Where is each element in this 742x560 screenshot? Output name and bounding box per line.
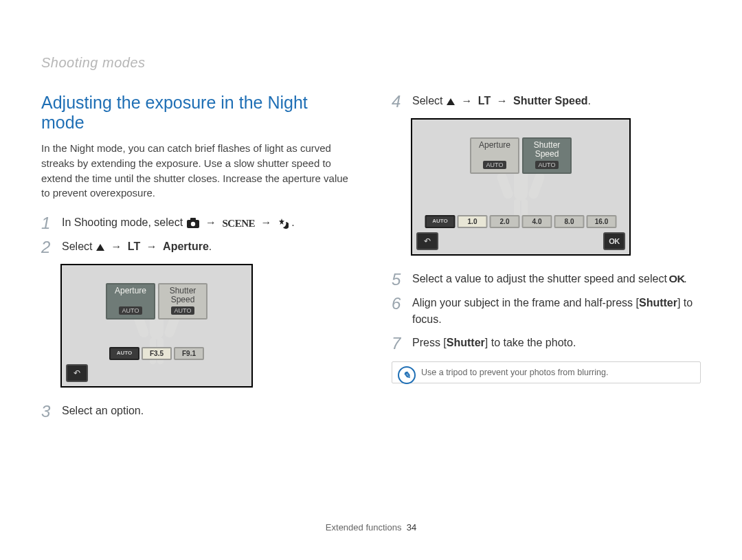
step-5-text: Select a value to adjust the shutter spe… <box>412 273 670 284</box>
page-number: 34 <box>407 522 416 533</box>
tab-aperture[interactable]: Aperture AUTO <box>470 137 519 174</box>
footer-section: Extended functions <box>326 522 402 533</box>
step-7-post: ] to take the photo. <box>485 337 576 348</box>
page-footer: Extended functions 34 <box>0 522 742 533</box>
back-button[interactable]: ↶ <box>416 232 438 250</box>
step-6-pre: Align your subject in the frame and half… <box>412 297 639 309</box>
tab-aperture-label: Aperture <box>107 287 154 304</box>
up-icon <box>446 96 456 108</box>
svg-point-2 <box>190 222 194 226</box>
shutter-speed-screenshot: Aperture AUTO Shutter Speed AUTO AUTO 1.… <box>411 118 631 256</box>
step-1-text: In Shooting mode, select <box>62 216 186 228</box>
step-number: 3 <box>41 403 55 420</box>
step-1-end: . <box>291 216 294 228</box>
step-4: 4 Select → LT → Shutter Speed. <box>392 93 701 110</box>
value-f3-5[interactable]: F3.5 <box>142 347 172 360</box>
step-1: 1 In Shooting mode, select → SCENE → . <box>41 214 350 232</box>
right-column: 4 Select → LT → Shutter Speed. Ap <box>392 93 701 427</box>
step-5: 5 Select a value to adjust the shutter s… <box>392 271 701 288</box>
step-2: 2 Select → LT → Aperture. <box>41 238 350 256</box>
back-button[interactable]: ↶ <box>66 364 88 382</box>
arrow-icon: → <box>146 238 157 255</box>
tab-aperture-label: Aperture <box>471 141 518 159</box>
step-2-pre: Select <box>62 240 95 252</box>
svg-rect-1 <box>190 218 196 221</box>
arrow-icon: → <box>111 238 122 255</box>
step-number: 4 <box>392 93 405 110</box>
step-3: 3 Select an option. <box>41 403 350 420</box>
up-icon <box>95 241 105 254</box>
ok-icon: OK <box>669 272 685 287</box>
lt-icon: LT <box>128 240 140 252</box>
step-4-pre: Select <box>412 95 446 107</box>
tip-text: Use a tripod to prevent your photos from… <box>421 368 608 377</box>
tab-shutter-label: Shutter Speed <box>524 141 570 159</box>
tip-box: ✎ Use a tripod to prevent your photos fr… <box>392 361 701 383</box>
ok-button[interactable]: OK <box>603 232 625 250</box>
value-f9-1[interactable]: F9.1 <box>174 347 204 360</box>
step-number: 6 <box>392 295 405 312</box>
camera-icon <box>186 217 200 229</box>
tab-shutter-speed[interactable]: Shutter Speed AUTO <box>522 137 572 174</box>
step-2-end: . <box>209 240 212 252</box>
lt-icon: LT <box>478 95 491 107</box>
left-column: Adjusting the exposure in the Night mode… <box>41 93 350 427</box>
auto-icon: AUTO <box>119 306 142 315</box>
auto-icon: AUTO <box>171 306 194 315</box>
shutter-label: Shutter <box>639 297 677 309</box>
value-auto[interactable]: AUTO <box>425 215 456 228</box>
value-1-0[interactable]: 1.0 <box>458 215 488 228</box>
svg-rect-12 <box>528 171 546 200</box>
step-number: 1 <box>41 214 55 232</box>
shutter-label: Shutter <box>447 337 485 348</box>
tab-shutter-speed[interactable]: Shutter Speed AUTO <box>158 283 207 320</box>
arrow-icon: → <box>205 214 216 231</box>
step-2-target: Aperture <box>163 240 209 252</box>
breadcrumb: Shooting modes <box>41 55 146 71</box>
aperture-screenshot: Aperture AUTO Shutter Speed AUTO AUTO F3… <box>60 264 253 388</box>
tab-aperture[interactable]: Aperture AUTO <box>106 283 155 320</box>
step-number: 2 <box>41 238 55 256</box>
tab-shutter-label: Shutter Speed <box>159 287 206 304</box>
arrow-icon: → <box>260 214 271 231</box>
step-3-text: Select an option. <box>62 403 350 419</box>
scene-icon: SCENE <box>222 217 255 229</box>
value-2-0[interactable]: 2.0 <box>490 215 520 228</box>
value-4-0[interactable]: 4.0 <box>522 215 552 228</box>
note-icon: ✎ <box>398 366 416 384</box>
step-4-end: . <box>588 95 591 107</box>
value-8-0[interactable]: 8.0 <box>554 215 585 228</box>
value-auto[interactable]: AUTO <box>109 347 139 360</box>
arrow-icon: → <box>497 93 508 109</box>
step-7: 7 Press [Shutter] to take the photo. <box>392 335 701 352</box>
night-icon <box>278 217 289 229</box>
step-4-target: Shutter Speed <box>513 95 587 107</box>
step-7-pre: Press [ <box>412 337 447 348</box>
auto-icon: AUTO <box>483 161 506 169</box>
value-16-0[interactable]: 16.0 <box>587 215 617 228</box>
arrow-icon: → <box>461 93 472 109</box>
step-number: 7 <box>392 335 405 352</box>
step-6: 6 Align your subject in the frame and ha… <box>392 295 701 328</box>
auto-icon: AUTO <box>535 161 559 169</box>
intro-text: In the Night mode, you can catch brief f… <box>41 141 350 201</box>
step-number: 5 <box>392 271 405 288</box>
svg-rect-11 <box>496 171 515 200</box>
section-title: Adjusting the exposure in the Night mode <box>41 93 350 133</box>
